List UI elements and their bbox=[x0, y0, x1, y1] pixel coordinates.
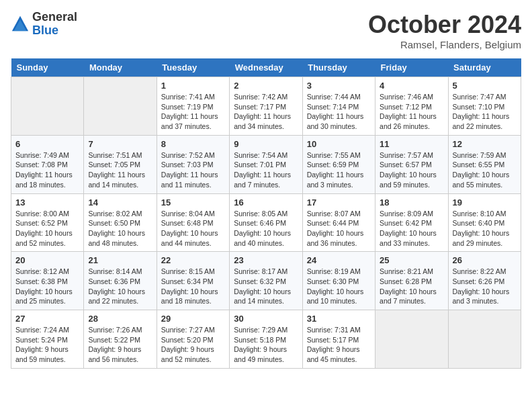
day-number: 6 bbox=[15, 139, 79, 149]
day-number: 2 bbox=[234, 81, 298, 91]
day-info: Sunrise: 7:44 AMSunset: 7:14 PMDaylight:… bbox=[307, 92, 371, 132]
day-info: Sunrise: 7:55 AMSunset: 6:59 PMDaylight:… bbox=[307, 150, 371, 190]
day-number: 21 bbox=[88, 255, 152, 265]
logo-blue-label: Blue bbox=[32, 24, 77, 38]
day-cell: 20 Sunrise: 8:12 AMSunset: 6:38 PMDaylig… bbox=[11, 252, 84, 310]
logo-text: General Blue bbox=[32, 11, 77, 38]
day-cell: 3 Sunrise: 7:44 AMSunset: 7:14 PMDayligh… bbox=[302, 77, 375, 136]
day-info: Sunrise: 8:07 AMSunset: 6:44 PMDaylight:… bbox=[307, 209, 371, 248]
day-number: 3 bbox=[307, 81, 371, 91]
location-subtitle: Ramsel, Flanders, Belgium bbox=[368, 39, 521, 50]
day-number: 29 bbox=[161, 314, 225, 324]
day-cell: 4 Sunrise: 7:46 AMSunset: 7:12 PMDayligh… bbox=[375, 77, 448, 136]
day-cell: 26 Sunrise: 8:22 AMSunset: 6:26 PMDaylig… bbox=[448, 252, 521, 310]
day-cell: 14 Sunrise: 8:02 AMSunset: 6:50 PMDaylig… bbox=[84, 193, 157, 252]
day-info: Sunrise: 7:26 AMSunset: 5:22 PMDaylight:… bbox=[88, 325, 152, 365]
title-block: October 2024 Ramsel, Flanders, Belgium bbox=[368, 11, 521, 50]
day-number: 13 bbox=[15, 197, 79, 208]
logo-general-label: General bbox=[32, 11, 77, 24]
day-info: Sunrise: 8:21 AMSunset: 6:28 PMDaylight:… bbox=[380, 267, 443, 306]
day-info: Sunrise: 7:31 AMSunset: 5:17 PMDaylight:… bbox=[307, 325, 371, 365]
day-number: 5 bbox=[453, 81, 517, 91]
day-cell: 2 Sunrise: 7:42 AMSunset: 7:17 PMDayligh… bbox=[230, 77, 302, 136]
day-number: 31 bbox=[307, 314, 371, 324]
day-info: Sunrise: 8:22 AMSunset: 6:26 PMDaylight:… bbox=[453, 267, 517, 306]
day-info: Sunrise: 7:29 AMSunset: 5:18 PMDaylight:… bbox=[234, 325, 298, 365]
day-info: Sunrise: 7:57 AMSunset: 6:57 PMDaylight:… bbox=[380, 150, 443, 190]
day-cell: 29 Sunrise: 7:27 AMSunset: 5:20 PMDaylig… bbox=[157, 310, 229, 369]
week-row-1: 1 Sunrise: 7:41 AMSunset: 7:19 PMDayligh… bbox=[11, 77, 521, 136]
day-header-friday: Friday bbox=[375, 58, 448, 77]
day-info: Sunrise: 8:10 AMSunset: 6:40 PMDaylight:… bbox=[453, 209, 517, 248]
day-cell bbox=[375, 310, 448, 369]
day-cell: 16 Sunrise: 8:05 AMSunset: 6:46 PMDaylig… bbox=[230, 193, 302, 252]
day-cell: 1 Sunrise: 7:41 AMSunset: 7:19 PMDayligh… bbox=[157, 77, 229, 136]
day-info: Sunrise: 8:02 AMSunset: 6:50 PMDaylight:… bbox=[88, 209, 152, 248]
day-info: Sunrise: 7:54 AMSunset: 7:01 PMDaylight:… bbox=[234, 150, 298, 190]
day-cell: 24 Sunrise: 8:19 AMSunset: 6:30 PMDaylig… bbox=[302, 252, 375, 310]
day-number: 15 bbox=[161, 197, 225, 208]
day-number: 24 bbox=[307, 255, 371, 265]
day-number: 20 bbox=[15, 255, 79, 265]
day-number: 30 bbox=[234, 314, 298, 324]
day-cell: 6 Sunrise: 7:49 AMSunset: 7:08 PMDayligh… bbox=[11, 135, 84, 193]
day-cell bbox=[11, 77, 84, 136]
day-number: 8 bbox=[161, 139, 225, 149]
day-info: Sunrise: 7:42 AMSunset: 7:17 PMDaylight:… bbox=[234, 92, 298, 132]
day-cell: 31 Sunrise: 7:31 AMSunset: 5:17 PMDaylig… bbox=[302, 310, 375, 369]
day-number: 23 bbox=[234, 255, 298, 265]
day-number: 4 bbox=[380, 81, 443, 91]
day-cell: 9 Sunrise: 7:54 AMSunset: 7:01 PMDayligh… bbox=[230, 135, 302, 193]
day-cell: 17 Sunrise: 8:07 AMSunset: 6:44 PMDaylig… bbox=[302, 193, 375, 252]
day-number: 11 bbox=[380, 139, 443, 149]
week-row-5: 27 Sunrise: 7:24 AMSunset: 5:24 PMDaylig… bbox=[11, 310, 521, 369]
week-row-4: 20 Sunrise: 8:12 AMSunset: 6:38 PMDaylig… bbox=[11, 252, 521, 310]
day-cell: 21 Sunrise: 8:14 AMSunset: 6:36 PMDaylig… bbox=[84, 252, 157, 310]
day-info: Sunrise: 7:47 AMSunset: 7:10 PMDaylight:… bbox=[453, 92, 517, 132]
day-number: 28 bbox=[88, 314, 152, 324]
day-cell: 18 Sunrise: 8:09 AMSunset: 6:42 PMDaylig… bbox=[375, 193, 448, 252]
day-info: Sunrise: 8:19 AMSunset: 6:30 PMDaylight:… bbox=[307, 267, 371, 306]
day-cell bbox=[84, 77, 157, 136]
day-cell: 11 Sunrise: 7:57 AMSunset: 6:57 PMDaylig… bbox=[375, 135, 448, 193]
day-number: 14 bbox=[88, 197, 152, 208]
day-number: 19 bbox=[453, 197, 517, 208]
header-row: SundayMondayTuesdayWednesdayThursdayFrid… bbox=[11, 58, 521, 77]
day-info: Sunrise: 7:51 AMSunset: 7:05 PMDaylight:… bbox=[88, 150, 152, 190]
day-header-wednesday: Wednesday bbox=[230, 58, 302, 77]
day-cell: 27 Sunrise: 7:24 AMSunset: 5:24 PMDaylig… bbox=[11, 310, 84, 369]
day-info: Sunrise: 8:14 AMSunset: 6:36 PMDaylight:… bbox=[88, 267, 152, 306]
week-row-3: 13 Sunrise: 8:00 AMSunset: 6:52 PMDaylig… bbox=[11, 193, 521, 252]
day-info: Sunrise: 7:52 AMSunset: 7:03 PMDaylight:… bbox=[161, 150, 225, 190]
day-header-thursday: Thursday bbox=[302, 58, 375, 77]
day-number: 12 bbox=[453, 139, 517, 149]
day-cell: 7 Sunrise: 7:51 AMSunset: 7:05 PMDayligh… bbox=[84, 135, 157, 193]
day-cell bbox=[448, 310, 521, 369]
day-cell: 8 Sunrise: 7:52 AMSunset: 7:03 PMDayligh… bbox=[157, 135, 229, 193]
day-info: Sunrise: 8:12 AMSunset: 6:38 PMDaylight:… bbox=[15, 267, 79, 306]
day-cell: 22 Sunrise: 8:15 AMSunset: 6:34 PMDaylig… bbox=[157, 252, 229, 310]
week-row-2: 6 Sunrise: 7:49 AMSunset: 7:08 PMDayligh… bbox=[11, 135, 521, 193]
day-cell: 10 Sunrise: 7:55 AMSunset: 6:59 PMDaylig… bbox=[302, 135, 375, 193]
day-cell: 12 Sunrise: 7:59 AMSunset: 6:55 PMDaylig… bbox=[448, 135, 521, 193]
day-number: 1 bbox=[161, 81, 225, 91]
day-info: Sunrise: 7:59 AMSunset: 6:55 PMDaylight:… bbox=[453, 150, 517, 190]
day-header-tuesday: Tuesday bbox=[157, 58, 229, 77]
day-number: 18 bbox=[380, 197, 443, 208]
day-number: 7 bbox=[88, 139, 152, 149]
day-number: 22 bbox=[161, 255, 225, 265]
day-number: 9 bbox=[234, 139, 298, 149]
logo: General Blue bbox=[11, 11, 77, 38]
day-cell: 25 Sunrise: 8:21 AMSunset: 6:28 PMDaylig… bbox=[375, 252, 448, 310]
day-cell: 23 Sunrise: 8:17 AMSunset: 6:32 PMDaylig… bbox=[230, 252, 302, 310]
calendar-table: SundayMondayTuesdayWednesdayThursdayFrid… bbox=[11, 58, 521, 369]
day-cell: 13 Sunrise: 8:00 AMSunset: 6:52 PMDaylig… bbox=[11, 193, 84, 252]
page-header: General Blue October 2024 Ramsel, Flande… bbox=[11, 11, 521, 50]
day-cell: 15 Sunrise: 8:04 AMSunset: 6:48 PMDaylig… bbox=[157, 193, 229, 252]
day-header-sunday: Sunday bbox=[11, 58, 84, 77]
month-title: October 2024 bbox=[368, 11, 521, 39]
day-info: Sunrise: 7:24 AMSunset: 5:24 PMDaylight:… bbox=[15, 325, 79, 365]
day-info: Sunrise: 7:27 AMSunset: 5:20 PMDaylight:… bbox=[161, 325, 225, 365]
day-cell: 5 Sunrise: 7:47 AMSunset: 7:10 PMDayligh… bbox=[448, 77, 521, 136]
day-cell: 30 Sunrise: 7:29 AMSunset: 5:18 PMDaylig… bbox=[230, 310, 302, 369]
